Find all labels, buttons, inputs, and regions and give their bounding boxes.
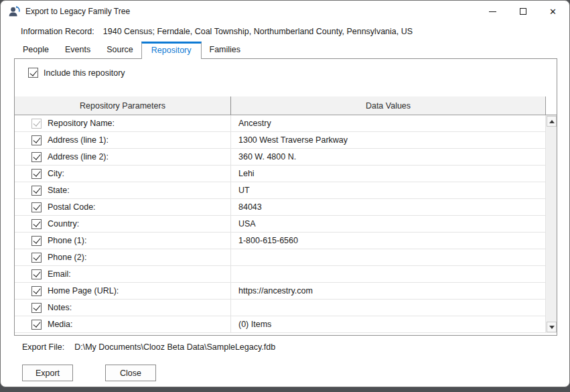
parameter-cell: Phone (1): <box>15 233 231 249</box>
maximize-icon <box>520 8 526 15</box>
parameter-label: Address (line 1): <box>48 135 109 145</box>
value-cell: Lehi <box>231 166 545 182</box>
row-checkbox[interactable] <box>31 135 42 145</box>
vertical-scrollbar[interactable] <box>545 115 557 333</box>
value-cell: USA <box>231 216 545 232</box>
scroll-up-icon <box>549 120 555 123</box>
maximize-button[interactable] <box>508 1 538 22</box>
row-checkbox[interactable] <box>31 119 42 129</box>
value-text: Ancestry <box>238 119 271 128</box>
row-checkbox[interactable] <box>31 202 42 212</box>
parameter-cell: Address (line 2): <box>15 149 231 165</box>
app-icon <box>8 5 21 17</box>
parameter-label: Home Page (URL): <box>48 286 119 296</box>
row-checkbox[interactable] <box>31 269 42 279</box>
parameter-label: State: <box>48 186 70 195</box>
value-text: UT <box>238 186 250 195</box>
value-cell: (0) Items <box>231 316 545 332</box>
table-row: Phone (2): <box>15 249 545 266</box>
information-record-label: Information Record: <box>21 27 94 36</box>
parameter-cell: Postal Code: <box>15 199 231 215</box>
grid-rows: Repository Name: Ancestry Address (line … <box>15 115 545 333</box>
parameter-cell: Email: <box>15 266 231 282</box>
tab-repository[interactable]: Repository <box>141 42 202 59</box>
tab-events[interactable]: Events <box>57 42 98 58</box>
scroll-down-button[interactable] <box>547 322 557 332</box>
include-repository-label: Include this repository <box>44 68 125 78</box>
tab-strip: People Events Source Repository Families <box>15 42 248 59</box>
export-button[interactable]: Export <box>22 365 73 381</box>
tab-families[interactable]: Families <box>202 42 249 58</box>
minimize-icon <box>489 11 496 12</box>
table-row: Country: USA <box>15 216 545 233</box>
value-text: 360 W. 4800 N. <box>238 152 296 161</box>
export-file-label: Export File: <box>22 342 64 352</box>
row-checkbox[interactable] <box>31 219 42 229</box>
information-record-value: 1940 Census; Ferndale, Coal Township, No… <box>103 27 413 36</box>
parameter-label: Repository Name: <box>48 119 115 128</box>
close-button[interactable]: ✕ <box>538 1 568 22</box>
table-row: Notes: <box>15 300 545 316</box>
parameter-label: Address (line 2): <box>48 152 109 161</box>
row-checkbox[interactable] <box>31 236 42 246</box>
parameter-cell: Home Page (URL): <box>15 283 231 299</box>
table-row: Postal Code: 84043 <box>15 199 545 216</box>
export-file-path: D:\My Documents\Clooz Beta Data\SampleLe… <box>74 342 275 352</box>
value-text: Lehi <box>238 169 255 178</box>
value-text: https://ancestry.com <box>238 286 313 296</box>
column-header-values: Data Values <box>231 96 545 115</box>
value-cell: 1300 West Traverse Parkway <box>231 132 545 148</box>
table-row: Email: <box>15 266 545 283</box>
table-row: Media: (0) Items <box>15 316 545 333</box>
parameter-cell: Phone (2): <box>15 249 231 265</box>
table-row: Address (line 1): 1300 West Traverse Par… <box>15 132 545 149</box>
parameter-label: Email: <box>48 269 71 279</box>
parameter-label: Media: <box>48 320 73 329</box>
parameter-label: Notes: <box>48 303 72 312</box>
scroll-up-button[interactable] <box>547 116 557 127</box>
row-checkbox[interactable] <box>31 286 42 296</box>
tab-source[interactable]: Source <box>98 42 141 58</box>
include-repository-checkbox[interactable] <box>28 68 38 78</box>
value-cell <box>231 266 545 282</box>
parameter-cell: Repository Name: <box>15 115 231 131</box>
row-checkbox[interactable] <box>31 320 42 330</box>
table-row: Repository Name: Ancestry <box>15 115 545 132</box>
table-row: City: Lehi <box>15 166 545 182</box>
close-icon: ✕ <box>549 7 557 16</box>
parameter-cell: Media: <box>15 316 231 332</box>
row-checkbox[interactable] <box>31 169 42 179</box>
tab-people[interactable]: People <box>15 42 57 58</box>
value-cell: Ancestry <box>231 115 545 131</box>
parameter-cell: City: <box>15 166 231 182</box>
minimize-button[interactable] <box>478 1 508 22</box>
value-cell: 84043 <box>231 199 545 215</box>
parameter-label: Postal Code: <box>48 202 96 212</box>
information-record: Information Record: 1940 Census; Ferndal… <box>21 27 413 36</box>
parameter-cell: Address (line 1): <box>15 132 231 148</box>
scroll-down-icon <box>549 326 555 329</box>
titlebar[interactable]: Export to Legacy Family Tree ✕ <box>1 1 569 22</box>
row-checkbox[interactable] <box>31 152 42 162</box>
grid-header: Repository Parameters Data Values <box>15 96 545 115</box>
parameter-cell: Notes: <box>15 300 231 316</box>
close-dialog-button[interactable]: Close <box>105 365 156 381</box>
row-checkbox[interactable] <box>31 303 42 313</box>
value-text: 84043 <box>238 202 262 212</box>
parameter-cell: Country: <box>15 216 231 232</box>
value-text: USA <box>238 219 256 228</box>
table-row: Home Page (URL): https://ancestry.com <box>15 283 545 300</box>
value-cell: UT <box>231 182 545 198</box>
parameter-label: City: <box>48 169 64 178</box>
value-cell: https://ancestry.com <box>231 283 545 299</box>
parameter-label: Phone (1): <box>48 236 86 245</box>
table-row: State: UT <box>15 182 545 199</box>
value-cell: 1-800-615-6560 <box>231 233 545 249</box>
desktop-backdrop: Export to Legacy Family Tree ✕ Informati… <box>0 0 570 392</box>
value-cell: 360 W. 4800 N. <box>231 149 545 165</box>
row-checkbox[interactable] <box>31 253 42 263</box>
window-title: Export to Legacy Family Tree <box>25 7 130 16</box>
parameter-cell: State: <box>15 182 231 198</box>
row-checkbox[interactable] <box>31 186 42 196</box>
table-row: Phone (1): 1-800-615-6560 <box>15 233 545 249</box>
